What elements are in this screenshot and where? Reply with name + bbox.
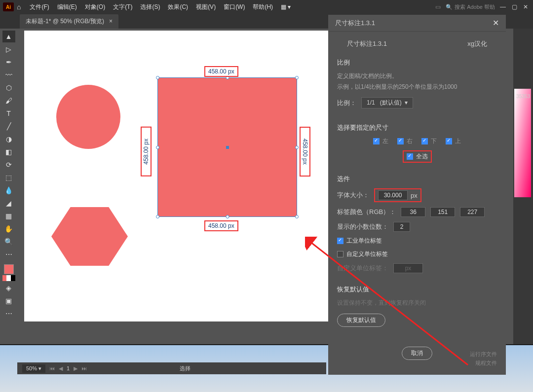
options-heading: 选件 — [337, 175, 497, 183]
nav-first[interactable]: ⏮ — [49, 365, 55, 371]
window-minimize[interactable]: — — [500, 3, 506, 10]
dimension-right: 458.00 px — [300, 127, 310, 177]
font-size-highlight: px — [374, 188, 421, 202]
window-maximize[interactable]: ▢ — [512, 3, 517, 10]
tool-eraser[interactable]: ◧ — [2, 146, 15, 158]
font-size-input[interactable] — [378, 190, 408, 200]
decimals-label: 显示的小数位数： — [337, 222, 388, 231]
rgb-g-input[interactable] — [430, 207, 455, 217]
nav-next[interactable]: ▶ — [74, 365, 77, 372]
fill-swatch[interactable] — [4, 264, 14, 274]
nav-last[interactable]: ⏭ — [81, 365, 87, 371]
dims-heading: 选择要指定的尺寸 — [337, 123, 497, 132]
tab-close-icon[interactable]: × — [109, 18, 113, 25]
menu-text[interactable]: 文字(T) — [109, 3, 136, 11]
tool-shape-builder[interactable]: ◑ — [2, 133, 15, 145]
menu-select[interactable]: 选择(S) — [136, 3, 164, 11]
app-logo: Ai — [3, 2, 14, 11]
tab-title: 未标题-1* @ 50% (RGB/预览) — [26, 17, 104, 26]
shape-square-selected[interactable] — [157, 77, 297, 217]
menu-effect[interactable]: 效果(C) — [164, 3, 192, 11]
run-label: 运行序文件 — [470, 351, 497, 358]
dialog-subtitle: 尺寸标注1.3.1 — [347, 39, 387, 48]
document-tab[interactable]: 未标题-1* @ 50% (RGB/预览) × — [20, 14, 118, 29]
scale-heading: 比例 — [337, 58, 497, 67]
statusbar: 50% ▾ ⏮ ◀ 1 ▶ ⏭ 选择 — [17, 362, 326, 374]
tool-draw-mode[interactable]: ◈ — [2, 282, 15, 294]
tool-gradient[interactable]: ◢ — [2, 197, 15, 209]
toolbox: ▲ ▷ ✒ 〰 ⬡ 🖌 T ╱ ◑ ◧ ⟳ ⬚ 💧 ◢ ▦ ✋ 🔍 ⋯ ◈ ▣ … — [0, 29, 17, 344]
font-size-label: 字体大小： — [337, 191, 369, 200]
custom-unit-field-label: 自定义单位标签： — [337, 264, 388, 273]
restore-button[interactable]: 恢复默认值 — [337, 314, 385, 327]
restore-help: 设置保持不变，直到恢复程序关闭 — [337, 298, 497, 309]
zoom-level[interactable]: 50% ▾ — [22, 364, 45, 373]
tool-selection[interactable]: ▲ — [2, 31, 15, 42]
color-picker-panel[interactable] — [514, 89, 531, 197]
menubar: Ai ⌂ 文件(F) 编辑(E) 对象(O) 文字(T) 选择(S) 效果(C)… — [0, 0, 533, 14]
tool-pen[interactable]: ✒ — [2, 56, 15, 68]
tool-edit-toolbar[interactable]: ⋯ — [2, 308, 15, 320]
swap-swatches[interactable] — [2, 275, 15, 281]
hex-value-stub: 35353 — [516, 94, 530, 99]
tool-type[interactable]: T — [2, 107, 15, 119]
layout-icon[interactable]: ▦ ▾ — [277, 3, 295, 10]
page-indicator[interactable]: 1 — [67, 365, 70, 371]
cb-bottom[interactable]: 下 — [421, 137, 437, 145]
tool-more[interactable]: ⋯ — [2, 249, 15, 260]
status-mode: 选择 — [180, 365, 190, 372]
dimension-dialog: 尺寸标注1.3.1 ✕ 尺寸标注1.3.1 xg汉化 比例 定义图稿/文档的比例… — [328, 15, 506, 375]
tool-eyedropper[interactable]: 💧 — [2, 184, 15, 196]
cb-industrial[interactable]: 工业单位标签 — [337, 237, 497, 245]
menu-edit[interactable]: 编辑(E) — [53, 3, 81, 11]
dimension-left: 458.00 px — [141, 127, 152, 177]
scale-help2: 示例，以1/4比例显示的250个单位显示为1000 — [337, 82, 497, 93]
tool-rotate[interactable]: ⟳ — [2, 159, 15, 171]
window-close[interactable]: ✕ — [523, 3, 528, 10]
cb-custom-unit[interactable]: 自定义单位标签 — [337, 250, 497, 258]
close-icon[interactable]: ✕ — [493, 18, 499, 28]
cb-top[interactable]: 上 — [446, 137, 461, 145]
restore-heading: 恢复默认值 — [337, 285, 497, 294]
decimals-input[interactable] — [393, 222, 410, 232]
tool-artboard[interactable]: ▦ — [2, 210, 15, 222]
select-all-highlight: 全选 — [403, 150, 432, 163]
cb-select-all[interactable]: 全选 — [407, 152, 428, 161]
tool-scale[interactable]: ⬚ — [2, 172, 15, 183]
dimension-bottom: 458.00 px — [204, 220, 238, 231]
menu-window[interactable]: 窗口(W) — [220, 3, 249, 11]
tool-zoom[interactable]: 🔍 — [2, 236, 15, 248]
menu-object[interactable]: 对象(O) — [81, 3, 109, 11]
tool-brush[interactable]: 🖌 — [2, 95, 15, 107]
artboard[interactable]: 458.00 px 458.00 px 458.00 px 458.00 px — [24, 31, 330, 321]
shape-hexagon[interactable] — [51, 203, 128, 270]
tool-curvature[interactable]: 〰 — [2, 69, 15, 81]
menu-file[interactable]: 文件(F) — [26, 3, 53, 11]
cb-left[interactable]: 左 — [373, 137, 388, 145]
dialog-titlebar: 尺寸标注1.3.1 ✕ — [328, 15, 506, 32]
search-box[interactable]: 🔍 搜索 Adobe 帮助 — [446, 3, 495, 11]
spec-label: 规程文件 — [475, 359, 497, 367]
menu-view[interactable]: 视图(V) — [192, 3, 220, 11]
rgb-r-input[interactable] — [401, 207, 425, 217]
custom-unit-input — [393, 263, 423, 273]
scale-label: 比例： — [337, 99, 356, 107]
tool-hand[interactable]: ✋ — [2, 223, 15, 235]
font-size-unit: px — [411, 192, 418, 199]
nav-prev[interactable]: ◀ — [59, 365, 63, 372]
tool-shape[interactable]: ⬡ — [2, 82, 15, 94]
menu-help[interactable]: 帮助(H) — [249, 3, 277, 11]
tool-direct-select[interactable]: ▷ — [2, 43, 15, 55]
scale-select[interactable]: 1/1 (默认值) ▾ — [361, 97, 413, 108]
cancel-button[interactable]: 取消 — [402, 347, 432, 360]
cb-right[interactable]: 右 — [397, 137, 413, 145]
shape-circle[interactable] — [56, 85, 120, 149]
rgb-b-input[interactable] — [460, 207, 485, 217]
scale-help1: 定义图稿/文档的比例。 — [337, 71, 497, 82]
dimension-top: 458.00 px — [204, 66, 238, 77]
label-color-label: 标签颜色（RGB）： — [337, 208, 396, 216]
tool-screen-mode[interactable]: ▣ — [2, 295, 15, 307]
home-icon[interactable]: ⌂ — [17, 3, 21, 11]
tool-line[interactable]: ╱ — [2, 120, 15, 132]
doc-icon[interactable]: ▭ — [435, 3, 441, 10]
